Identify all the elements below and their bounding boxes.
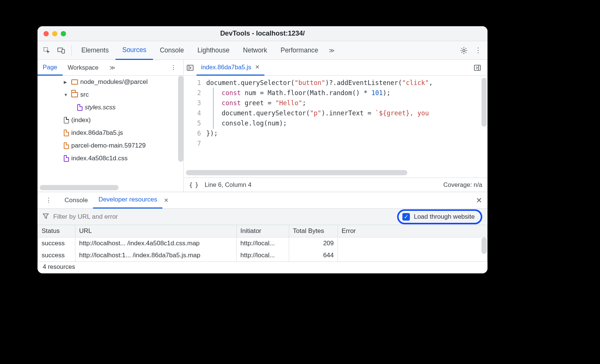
coverage-status: Coverage: n/a (443, 181, 482, 188)
inspect-element-icon[interactable] (40, 44, 53, 57)
editor-tabs: index.86da7ba5.js ✕ (184, 60, 488, 76)
editor-statusbar: { } Line 6, Column 4 Coverage: n/a (184, 178, 488, 192)
show-debugger-icon[interactable] (471, 65, 484, 71)
devtools-window: DevTools - localhost:1234/ Elements Sour… (38, 26, 488, 273)
tree-folder-node-modules[interactable]: ▶ node_modules/@parcel (38, 76, 183, 88)
cell-initiator: http://local... (237, 249, 289, 261)
tab-performance[interactable]: Performance (274, 41, 325, 60)
block-indicator (213, 88, 214, 129)
tab-network[interactable]: Network (236, 41, 274, 60)
scss-file-icon (77, 104, 82, 111)
code-body: document.querySelector("button")?.addEve… (206, 76, 433, 178)
folder-open-icon (71, 92, 78, 97)
cell-initiator: http://local... (237, 237, 289, 249)
tree-label: parcel-demo-main.597129 (71, 142, 146, 149)
drawer-tabs: ⋮ Console Developer resources ✕ ✕ (38, 192, 488, 209)
checkbox-checked-icon: ✓ (402, 213, 410, 221)
tab-elements[interactable]: Elements (75, 41, 116, 60)
resources-table-head: Status URL Initiator Total Bytes Error (38, 225, 488, 237)
table-vertical-scrollbar[interactable] (482, 237, 487, 254)
cell-bytes: 209 (289, 237, 338, 249)
tab-sources[interactable]: Sources (116, 41, 153, 60)
cell-url: http://localhost... /index.4a508c1d.css.… (75, 237, 237, 249)
tree-file-css[interactable]: index.4a508c1d.css (38, 152, 183, 165)
col-url[interactable]: URL (75, 225, 237, 237)
cell-url: http://localhost:1... /index.86da7ba5.js… (75, 249, 237, 261)
tab-lighthouse[interactable]: Lighthouse (190, 41, 236, 60)
filter-input[interactable] (53, 213, 166, 221)
close-tab-icon[interactable]: ✕ (255, 64, 260, 70)
navigator-tabs: Page Workspace ≫ ⋮ (38, 60, 183, 76)
tree-label: (index) (71, 116, 91, 124)
editor-panel: index.86da7ba5.js ✕ 1234567 document.que… (184, 60, 488, 192)
close-window-button[interactable] (44, 31, 49, 36)
js-file-icon (64, 142, 69, 149)
cell-bytes: 644 (289, 249, 338, 261)
drawer-kebab-icon[interactable]: ⋮ (42, 194, 55, 207)
table-row[interactable]: success http://localhost... /index.4a508… (38, 237, 488, 249)
css-file-icon (64, 155, 69, 162)
close-drawer-icon[interactable]: ✕ (476, 196, 482, 205)
editor-vertical-scrollbar[interactable] (482, 78, 487, 127)
main-toolbar: Elements Sources Console Lighthouse Netw… (38, 41, 488, 60)
filter-funnel-icon[interactable] (43, 213, 49, 221)
col-total-bytes[interactable]: Total Bytes (289, 225, 338, 237)
drawer-panel: ⋮ Console Developer resources ✕ ✕ ✓ Load… (38, 192, 488, 273)
file-icon (64, 117, 69, 124)
code-editor[interactable]: 1234567 document.querySelector("button")… (184, 76, 488, 178)
cursor-position: Line 6, Column 4 (205, 181, 252, 188)
tree-file-index[interactable]: (index) (38, 114, 183, 127)
folder-icon (71, 79, 78, 85)
table-row[interactable]: success http://localhost:1... /index.86d… (38, 249, 488, 261)
resources-footer: 4 resources (38, 261, 488, 273)
svg-point-3 (463, 49, 465, 52)
load-through-label: Load through website (414, 213, 475, 221)
resource-count: 4 resources (43, 263, 75, 270)
settings-gear-icon[interactable] (458, 44, 470, 57)
col-error[interactable]: Error (338, 225, 488, 237)
pretty-print-icon[interactable]: { } (189, 181, 198, 188)
tree-file-parcel[interactable]: parcel-demo-main.597129 (38, 139, 183, 152)
titlebar: DevTools - localhost:1234/ (38, 26, 488, 41)
file-tree: ▶ node_modules/@parcel ▼ src styles.scss… (38, 76, 183, 192)
nav-vertical-scrollbar[interactable] (178, 76, 183, 162)
more-tabs-chevron-icon[interactable]: ≫ (326, 44, 338, 57)
tree-label: node_modules/@parcel (80, 78, 148, 86)
minimize-window-button[interactable] (52, 31, 57, 36)
tree-file-js[interactable]: index.86da7ba5.js (38, 127, 183, 139)
nav-more-chevron-icon[interactable]: ≫ (106, 61, 119, 74)
drawer-tab-console[interactable]: Console (59, 192, 93, 209)
expand-triangle-icon: ▼ (64, 92, 69, 97)
nav-horizontal-scrollbar[interactable] (40, 185, 118, 190)
nav-tab-page[interactable]: Page (38, 60, 63, 76)
device-toolbar-icon[interactable] (55, 44, 68, 57)
tree-label: styles.scss (85, 104, 116, 111)
cell-error (338, 249, 488, 261)
cell-status: success (38, 249, 75, 261)
window-title: DevTools - localhost:1234/ (38, 30, 488, 37)
nav-tab-workspace[interactable]: Workspace (63, 60, 104, 76)
nav-kebab-icon[interactable]: ⋮ (167, 61, 180, 74)
tree-label: src (80, 91, 89, 98)
editor-horizontal-scrollbar[interactable] (186, 170, 407, 175)
load-through-website-toggle[interactable]: ✓ Load through website (397, 209, 482, 224)
show-navigator-icon[interactable] (184, 65, 196, 71)
tree-file-styles[interactable]: styles.scss (38, 101, 183, 114)
col-initiator[interactable]: Initiator (237, 225, 289, 237)
resources-filterbar: ✓ Load through website (38, 209, 488, 225)
collapse-triangle-icon: ▶ (64, 80, 69, 85)
tab-console[interactable]: Console (153, 41, 190, 60)
svg-rect-2 (62, 49, 64, 53)
sources-panel: Page Workspace ≫ ⋮ ▶ node_modules/@parce… (38, 60, 488, 192)
editor-tab-label: index.86da7ba5.js (201, 64, 251, 71)
tree-label: index.4a508c1d.css (71, 155, 128, 162)
drawer-tab-developer-resources[interactable]: Developer resources (93, 192, 162, 209)
main-kebab-icon[interactable]: ⋮ (472, 44, 484, 57)
zoom-window-button[interactable] (61, 31, 66, 36)
tree-folder-src[interactable]: ▼ src (38, 88, 183, 101)
line-gutter: 1234567 (184, 76, 206, 178)
col-status[interactable]: Status (38, 225, 75, 237)
editor-tab-indexjs[interactable]: index.86da7ba5.js ✕ (196, 60, 264, 76)
tree-label: index.86da7ba5.js (71, 129, 123, 137)
close-drawer-tab-icon[interactable]: ✕ (164, 197, 169, 204)
